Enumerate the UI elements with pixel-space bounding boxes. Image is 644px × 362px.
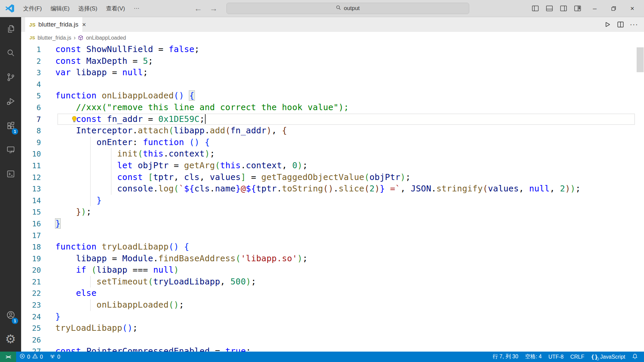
menu-more[interactable]: ··· — [129, 3, 144, 14]
line-number[interactable]: 10 — [21, 148, 55, 160]
line-number[interactable]: 27 — [21, 346, 55, 352]
code-line-6[interactable]: 6 //xxx("remove this line and correct th… — [21, 102, 644, 114]
line-number[interactable]: 7 — [21, 114, 55, 126]
problems-status[interactable]: 0 0 — [16, 352, 46, 362]
status-indentation[interactable]: 空格: 4 — [522, 352, 545, 362]
status-encoding[interactable]: UTF-8 — [545, 352, 567, 362]
code-line-20[interactable]: 20 if (libapp === null) — [21, 264, 644, 276]
line-number[interactable]: 13 — [21, 183, 55, 195]
activity-run-debug[interactable] — [0, 91, 21, 113]
breadcrumb-symbol[interactable]: onLibappLoaded — [86, 35, 126, 41]
tab-close-icon[interactable]: × — [81, 21, 87, 28]
code-line-27[interactable]: 27const PointerCompressedEnabled = true; — [21, 346, 644, 352]
code-line-3[interactable]: 3var libapp = null; — [21, 67, 644, 79]
status-language-mode[interactable]: {}JavaScript — [588, 352, 629, 362]
status-eol[interactable]: CRLF — [567, 352, 588, 362]
code-text: else — [55, 288, 97, 298]
activity-terminal[interactable] — [0, 164, 21, 186]
code-line-17[interactable]: 17 — [21, 230, 644, 241]
tab-blutter-frida-js[interactable]: JS blutter_frida.js × — [25, 17, 83, 32]
javascript-file-icon: JS — [29, 22, 36, 28]
command-center-search[interactable]: output — [226, 3, 469, 14]
layout-sidebar-right-icon[interactable] — [559, 4, 568, 12]
forward-arrow-icon[interactable]: → — [210, 5, 218, 12]
code-line-9[interactable]: 9 onEnter: function () { — [21, 137, 644, 148]
line-number[interactable]: 4 — [21, 79, 55, 91]
activity-accounts[interactable]: 1 — [0, 305, 21, 327]
line-number[interactable]: 14 — [21, 195, 55, 207]
code-line-18[interactable]: 18function tryLoadLibapp() { — [21, 241, 644, 253]
restore-button[interactable] — [608, 3, 619, 13]
code-line-8[interactable]: 8 Interceptor.attach(libapp.add(fn_addr)… — [21, 125, 644, 137]
line-number[interactable]: 3 — [21, 67, 55, 79]
line-number[interactable]: 9 — [21, 137, 55, 149]
code-line-14[interactable]: 14 } — [21, 195, 644, 207]
line-number[interactable]: 16 — [21, 218, 55, 230]
code-line-11[interactable]: 11 let objPtr = getArg(this.context, 0); — [21, 160, 644, 172]
split-editor-button[interactable] — [616, 20, 625, 29]
more-actions-button[interactable]: ··· — [630, 20, 638, 29]
code-line-15[interactable]: 15 }); — [21, 206, 644, 218]
activity-explorer[interactable] — [0, 18, 21, 41]
code-line-26[interactable]: 26 — [21, 334, 644, 346]
code-text: let objPtr = getArg(this.context, 0); — [55, 161, 308, 170]
code-line-12[interactable]: 12 const [tptr, cls, values] = getTagged… — [21, 172, 644, 183]
line-number[interactable]: 23 — [21, 300, 55, 311]
breadcrumb-file[interactable]: blutter_frida.js — [38, 35, 71, 41]
line-number[interactable]: 15 — [21, 207, 55, 218]
code-line-1[interactable]: 1const ShowNullField = false; — [21, 44, 644, 55]
line-number[interactable]: 11 — [21, 160, 55, 172]
activity-search[interactable] — [0, 43, 21, 65]
code-line-23[interactable]: 23 onLibappLoaded(); — [21, 299, 644, 311]
code-line-19[interactable]: 19 libapp = Module.findBaseAddress('liba… — [21, 253, 644, 265]
layout-panel-icon[interactable] — [545, 4, 553, 12]
layout-customize-icon[interactable] — [574, 4, 582, 12]
activity-remote-explorer[interactable] — [0, 139, 21, 162]
menu-file[interactable]: 文件(F) — [19, 3, 46, 14]
status-cursor-position[interactable]: 行 7, 列 30 — [489, 352, 522, 362]
status-notifications[interactable] — [629, 352, 641, 362]
line-number[interactable]: 19 — [21, 253, 55, 265]
code-line-22[interactable]: 22 else — [21, 287, 644, 299]
code-line-24[interactable]: 24} — [21, 311, 644, 323]
minimize-button[interactable]: – — [590, 3, 600, 13]
menu-edit[interactable]: 编辑(E) — [46, 3, 74, 14]
back-arrow-icon[interactable]: ← — [194, 5, 202, 12]
activity-extensions[interactable]: 1 — [0, 115, 21, 137]
line-number[interactable]: 20 — [21, 265, 55, 276]
line-number[interactable]: 12 — [21, 172, 55, 184]
code-line-4[interactable]: 4 — [21, 79, 644, 90]
line-number[interactable]: 21 — [21, 276, 55, 288]
code-lines: 1const ShowNullField = false;2const MaxD… — [21, 44, 644, 352]
line-number[interactable]: 5 — [21, 90, 55, 102]
line-number[interactable]: 24 — [21, 311, 55, 323]
remote-indicator[interactable]: >< — [0, 352, 16, 362]
code-line-2[interactable]: 2const MaxDepth = 5; — [21, 55, 644, 67]
run-button[interactable] — [603, 20, 611, 29]
line-number[interactable]: 25 — [21, 323, 55, 334]
ports-status[interactable]: 0 — [46, 352, 64, 362]
code-line-16[interactable]: 16} — [21, 218, 644, 230]
code-editor[interactable]: 1const ShowNullField = false;2const MaxD… — [21, 44, 644, 352]
code-line-21[interactable]: 21 setTimeout(tryLoadLibapp, 500); — [21, 276, 644, 288]
menu-view[interactable]: 查看(V) — [102, 3, 129, 14]
line-number[interactable]: 6 — [21, 102, 55, 114]
activity-source-control[interactable] — [0, 67, 21, 89]
line-number[interactable]: 2 — [21, 56, 55, 67]
close-window-button[interactable]: × — [627, 3, 637, 13]
menu-selection[interactable]: 选择(S) — [74, 3, 102, 14]
line-number[interactable]: 18 — [21, 241, 55, 253]
activity-settings[interactable]: ⚙ — [0, 328, 21, 350]
line-number[interactable]: 8 — [21, 125, 55, 137]
code-line-10[interactable]: 10 init(this.context); — [21, 148, 644, 160]
line-number[interactable]: 26 — [21, 334, 55, 346]
lightbulb-icon[interactable] — [71, 116, 77, 124]
line-number[interactable]: 1 — [21, 44, 55, 56]
code-line-7[interactable]: 7 const fn_addr = 0x1DE59C; — [21, 114, 644, 125]
line-number[interactable]: 17 — [21, 230, 55, 242]
line-number[interactable]: 22 — [21, 288, 55, 300]
layout-sidebar-left-icon[interactable] — [531, 4, 539, 12]
code-line-25[interactable]: 25tryLoadLibapp(); — [21, 322, 644, 334]
code-line-5[interactable]: 5function onLibappLoaded() { — [21, 90, 644, 102]
code-line-13[interactable]: 13 console.log(`${cls.name}@${tptr.toStr… — [21, 183, 644, 195]
